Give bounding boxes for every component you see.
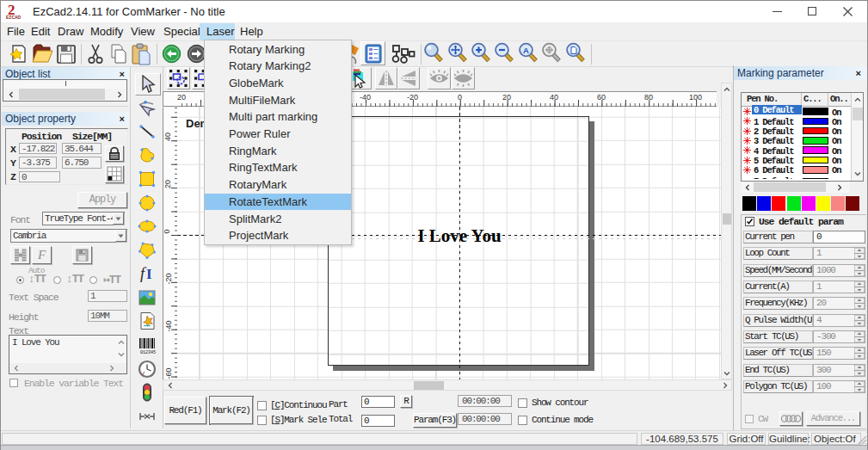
svg-text:012345: 012345 <box>140 350 156 355</box>
svg-text:I: I <box>146 266 152 282</box>
svg-text:A: A <box>523 46 529 55</box>
